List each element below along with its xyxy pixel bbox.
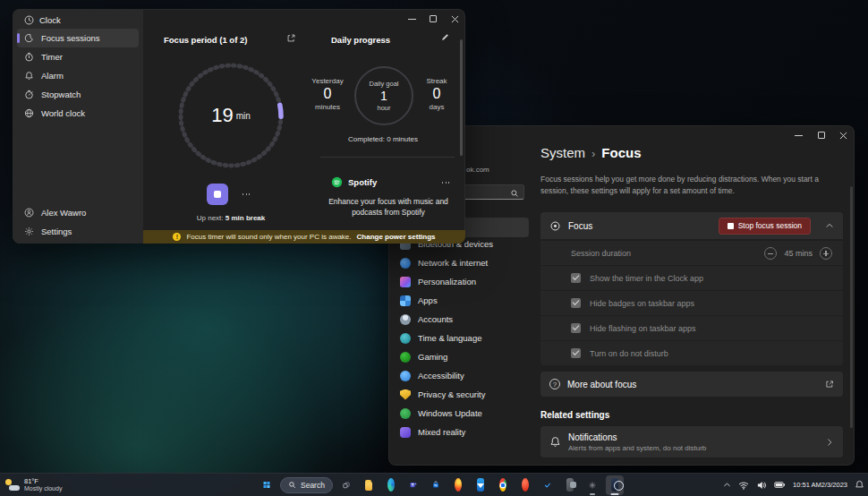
edge-browser-button[interactable] <box>382 475 400 495</box>
settings-minimize-button[interactable] <box>787 125 810 145</box>
chevron-up-icon <box>723 481 731 489</box>
timer-more-options-button[interactable] <box>237 185 255 203</box>
notifications-card[interactable]: Notifications Alerts from apps and syste… <box>540 426 843 458</box>
sidebar-item-label: Personalization <box>418 277 476 286</box>
clock-scrollbar[interactable] <box>460 39 463 156</box>
windows-logo-icon <box>263 478 270 492</box>
world-clock-globe-icon <box>24 108 34 118</box>
clock-minimize-button[interactable] <box>401 9 422 29</box>
privacy-shield-icon <box>400 389 411 400</box>
notification-center-button[interactable] <box>855 480 864 490</box>
clock-window: Clock Focus sessions Timer <box>13 9 465 244</box>
time-language-clock-icon <box>400 333 411 344</box>
nav-item-stopwatch[interactable]: Stopwatch <box>17 85 139 104</box>
checkmark-app-button[interactable] <box>539 475 557 495</box>
nav-item-world-clock[interactable]: World clock <box>17 104 139 123</box>
weather-widget[interactable]: 81°F Mostly cloudy <box>5 474 62 496</box>
option-row-hide-badges: Hide badges on taskbar apps <box>540 291 843 315</box>
sidebar-item-label: Time & language <box>418 333 481 343</box>
task-view-button[interactable] <box>337 475 355 495</box>
banner-message: Focus timer will sound only when your PC… <box>186 233 351 241</box>
settings-scrollbar[interactable] <box>850 186 853 428</box>
clock-close-button[interactable] <box>444 9 465 29</box>
session-duration-value: 45 mins <box>784 249 813 258</box>
account-item[interactable]: Alex Wawro <box>17 203 139 222</box>
start-button[interactable] <box>258 475 276 495</box>
network-tray-button[interactable] <box>738 480 749 491</box>
clock-date-tray[interactable]: 10:51 AM 2/3/2023 <box>793 481 847 490</box>
up-next-prefix: Up next: <box>197 214 224 222</box>
clock-app-button[interactable] <box>606 475 624 495</box>
sidebar-item-personalization[interactable]: Personalization <box>393 272 529 291</box>
spotify-header: Spotify <box>331 176 377 188</box>
focus-settings-card: Focus Stop focus session <box>540 212 843 239</box>
pencil-icon <box>440 32 450 42</box>
account-name: Alex Wawro <box>41 208 86 218</box>
up-next-value: 5 min break <box>226 214 265 222</box>
breadcrumb-parent[interactable]: System <box>540 145 585 160</box>
chevron-up-icon[interactable] <box>825 221 834 230</box>
duration-increase-button[interactable] <box>820 247 832 260</box>
clock-app-icon <box>24 15 34 25</box>
maximize-icon <box>430 15 437 22</box>
edit-goal-button[interactable] <box>440 32 450 42</box>
duration-decrease-button[interactable] <box>764 247 777 260</box>
settings-close-button[interactable] <box>832 125 855 145</box>
nav-item-settings[interactable]: Settings <box>17 222 139 241</box>
hide-badges-checkbox[interactable] <box>571 298 581 308</box>
system-tray: 10:51 AM 2/3/2023 <box>723 474 864 496</box>
sidebar-item-time-language[interactable]: Time & language <box>393 329 529 347</box>
option-row-hide-flashing: Hide flashing on taskbar apps <box>540 316 843 340</box>
chrome-button[interactable] <box>494 475 512 495</box>
show-timer-checkbox[interactable] <box>571 273 581 283</box>
clock-maximize-button[interactable] <box>422 9 444 29</box>
settings-maximize-button[interactable] <box>810 125 832 145</box>
microsoft-store-button[interactable] <box>427 475 445 495</box>
close-icon <box>839 132 847 140</box>
sidebar-item-accounts[interactable]: Accounts <box>393 310 529 329</box>
time-remaining-value: 19 <box>211 104 233 127</box>
teams-button[interactable] <box>404 475 422 495</box>
spotify-more-options-button[interactable] <box>437 174 455 192</box>
nav-item-alarm[interactable]: Alarm <box>17 66 139 85</box>
change-power-settings-link[interactable]: Change power settings <box>357 233 436 241</box>
firefox-button[interactable] <box>449 475 467 495</box>
stop-focus-session-button[interactable]: Stop focus session <box>719 218 811 235</box>
nav-item-label: Alarm <box>41 71 64 81</box>
taskbar-search[interactable]: Search <box>280 477 333 493</box>
compact-overlay-button[interactable] <box>286 33 296 43</box>
sidebar-item-privacy-security[interactable]: Privacy & security <box>393 385 529 404</box>
task-view-icon <box>343 479 350 492</box>
gray-app-button[interactable] <box>561 475 579 495</box>
sidebar-item-mixed-reality[interactable]: Mixed reality <box>393 423 529 441</box>
focus-sessions-icon <box>24 33 34 43</box>
volume-tray-button[interactable] <box>756 480 767 491</box>
sidebar-item-accessibility[interactable]: Accessibility <box>393 366 529 385</box>
nav-item-focus-sessions[interactable]: Focus sessions <box>17 29 139 47</box>
nav-item-timer[interactable]: Timer <box>17 47 139 66</box>
wifi-icon <box>738 480 749 491</box>
clock-app-taskbar-icon <box>611 478 618 492</box>
power-warning-banner: Focus timer will sound only when your PC… <box>143 230 465 244</box>
up-next-text: Up next: 5 min break <box>157 214 304 222</box>
spotify-icon <box>331 176 343 188</box>
sidebar-item-apps[interactable]: Apps <box>393 291 529 310</box>
sidebar-item-gaming[interactable]: Gaming <box>393 347 529 366</box>
completed-minutes-text: Completed: 0 minutes <box>311 135 455 143</box>
chrome-icon <box>499 478 506 492</box>
red-browser-app-button[interactable] <box>516 475 534 495</box>
sidebar-item-network-internet[interactable]: Network & internet <box>393 253 529 272</box>
blue-download-app-button[interactable] <box>472 475 489 495</box>
accessibility-person-icon <box>400 371 411 381</box>
external-link-icon <box>825 380 834 389</box>
hidden-icons-button[interactable] <box>723 481 731 489</box>
hide-flashing-checkbox[interactable] <box>571 323 581 333</box>
sidebar-item-windows-update[interactable]: Windows Update <box>393 404 529 423</box>
do-not-disturb-checkbox[interactable] <box>571 348 581 358</box>
file-explorer-button[interactable] <box>360 475 378 495</box>
stop-timer-button[interactable] <box>207 184 228 205</box>
more-about-focus-card[interactable]: More about focus <box>540 372 843 397</box>
battery-tray-button[interactable] <box>774 479 786 491</box>
down-arrow-app-icon <box>477 478 484 492</box>
settings-app-button[interactable] <box>583 475 601 495</box>
